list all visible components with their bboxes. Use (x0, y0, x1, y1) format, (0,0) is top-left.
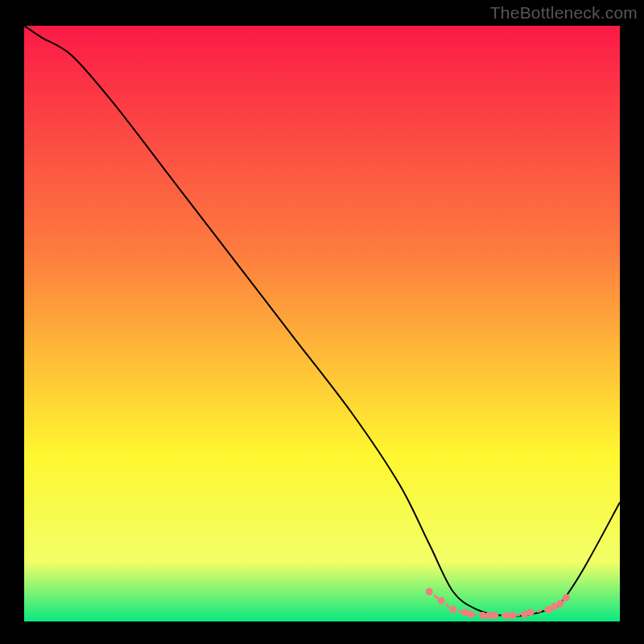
watermark-text: TheBottleneck.com (490, 3, 638, 23)
gradient-background (24, 26, 620, 621)
chart-frame: TheBottleneck.com (0, 0, 644, 644)
bottleneck-curve-chart (0, 0, 644, 644)
